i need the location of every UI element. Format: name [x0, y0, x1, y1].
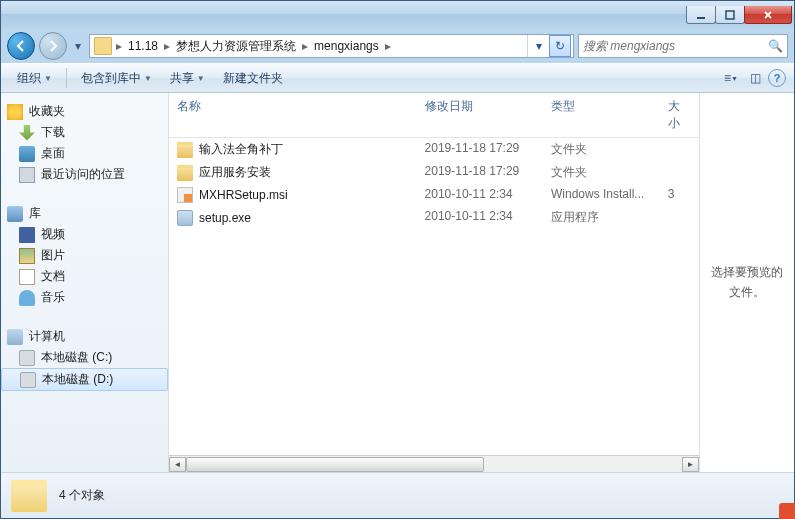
file-date: 2019-11-18 17:29 [417, 140, 543, 159]
breadcrumb[interactable]: 梦想人力资源管理系统 [172, 38, 300, 55]
file-name: 输入法全角补丁 [199, 141, 283, 158]
status-bar: 4 个对象 [1, 472, 794, 518]
exe-icon [177, 210, 193, 226]
include-library-menu[interactable]: 包含到库中▼ [73, 67, 160, 90]
window-controls [687, 6, 792, 24]
file-size [660, 208, 699, 227]
scroll-track[interactable] [186, 457, 682, 472]
preview-text: 选择要预览的文件。 [708, 263, 786, 301]
share-menu[interactable]: 共享▼ [162, 67, 213, 90]
star-icon [7, 104, 23, 120]
column-date[interactable]: 修改日期 [417, 96, 543, 134]
sidebar-item-pictures[interactable]: 图片 [1, 245, 168, 266]
organize-label: 组织 [17, 70, 41, 87]
refresh-button[interactable]: ↻ [549, 35, 571, 57]
breadcrumb-sep[interactable]: ▸ [114, 39, 124, 53]
file-name-cell: MXHRSetup.msi [169, 186, 417, 204]
address-dropdown[interactable]: ▾ [527, 35, 549, 57]
nav-bar: ▾ ▸ 11.18 ▸ 梦想人力资源管理系统 ▸ mengxiangs ▸ ▾ … [1, 29, 794, 63]
toolbar-separator [66, 68, 67, 88]
file-type: 应用程序 [543, 208, 660, 227]
titlebar[interactable] [1, 1, 794, 29]
navigation-pane: 收藏夹 下载 桌面 最近访问的位置 库 视频 图片 文档 音乐 计算机 本地磁盘… [1, 93, 169, 472]
breadcrumb[interactable]: mengxiangs [310, 39, 383, 53]
breadcrumb[interactable]: 11.18 [124, 39, 162, 53]
sidebar-item-disk-d[interactable]: 本地磁盘 (D:) [1, 368, 168, 391]
file-rows: 输入法全角补丁2019-11-18 17:29文件夹应用服务安装2019-11-… [169, 138, 699, 455]
breadcrumb-sep[interactable]: ▸ [162, 39, 172, 53]
sidebar-item-label: 本地磁盘 (C:) [41, 349, 112, 366]
file-row[interactable]: 输入法全角补丁2019-11-18 17:29文件夹 [169, 138, 699, 161]
desktop-icon [19, 146, 35, 162]
breadcrumb-sep[interactable]: ▸ [300, 39, 310, 53]
column-headers: 名称 修改日期 类型 大小 [169, 93, 699, 138]
svg-rect-0 [697, 17, 705, 19]
file-size [660, 140, 699, 159]
column-name[interactable]: 名称 [169, 96, 417, 134]
folder-icon [177, 165, 193, 181]
sidebar-item-videos[interactable]: 视频 [1, 224, 168, 245]
sidebar-item-documents[interactable]: 文档 [1, 266, 168, 287]
file-area: 名称 修改日期 类型 大小 输入法全角补丁2019-11-18 17:29文件夹… [169, 93, 794, 472]
back-button[interactable] [7, 32, 35, 60]
computer-group: 计算机 本地磁盘 (C:) 本地磁盘 (D:) [1, 326, 168, 391]
scroll-left-button[interactable]: ◄ [169, 457, 186, 472]
sidebar-item-downloads[interactable]: 下载 [1, 122, 168, 143]
video-icon [19, 227, 35, 243]
explorer-window: ▾ ▸ 11.18 ▸ 梦想人力资源管理系统 ▸ mengxiangs ▸ ▾ … [0, 0, 795, 519]
content-area: 收藏夹 下载 桌面 最近访问的位置 库 视频 图片 文档 音乐 计算机 本地磁盘… [1, 93, 794, 472]
file-row[interactable]: 应用服务安装2019-11-18 17:29文件夹 [169, 161, 699, 184]
search-box[interactable]: 🔍 [578, 34, 788, 58]
organize-menu[interactable]: 组织▼ [9, 67, 60, 90]
libraries-header[interactable]: 库 [1, 203, 168, 224]
view-options-button[interactable]: ≡▼ [720, 67, 742, 89]
file-type: 文件夹 [543, 140, 660, 159]
minimize-button[interactable] [686, 6, 716, 24]
file-date: 2019-11-18 17:29 [417, 163, 543, 182]
column-type[interactable]: 类型 [543, 96, 660, 134]
favorites-label: 收藏夹 [29, 103, 65, 120]
forward-button[interactable] [39, 32, 67, 60]
favorites-header[interactable]: 收藏夹 [1, 101, 168, 122]
sidebar-item-label: 本地磁盘 (D:) [42, 371, 113, 388]
sidebar-item-label: 音乐 [41, 289, 65, 306]
breadcrumb-sep[interactable]: ▸ [383, 39, 393, 53]
sidebar-item-label: 下载 [41, 124, 65, 141]
sidebar-item-label: 视频 [41, 226, 65, 243]
library-icon [7, 206, 23, 222]
file-name-cell: setup.exe [169, 208, 417, 227]
nav-history-dropdown[interactable]: ▾ [71, 35, 85, 57]
help-button[interactable]: ? [768, 69, 786, 87]
folder-icon [11, 480, 47, 512]
sidebar-item-music[interactable]: 音乐 [1, 287, 168, 308]
file-row[interactable]: setup.exe2010-10-11 2:34应用程序 [169, 206, 699, 229]
file-row[interactable]: MXHRSetup.msi2010-10-11 2:34Windows Inst… [169, 184, 699, 206]
maximize-button[interactable] [715, 6, 745, 24]
include-label: 包含到库中 [81, 70, 141, 87]
preview-pane-button[interactable]: ◫ [744, 67, 766, 89]
sidebar-item-desktop[interactable]: 桌面 [1, 143, 168, 164]
disk-icon [20, 372, 36, 388]
sidebar-item-disk-c[interactable]: 本地磁盘 (C:) [1, 347, 168, 368]
sidebar-item-label: 文档 [41, 268, 65, 285]
file-name-cell: 输入法全角补丁 [169, 140, 417, 159]
close-button[interactable] [744, 6, 792, 24]
search-input[interactable] [583, 39, 768, 53]
sidebar-item-recent[interactable]: 最近访问的位置 [1, 164, 168, 185]
computer-header[interactable]: 计算机 [1, 326, 168, 347]
search-icon[interactable]: 🔍 [768, 39, 783, 53]
folder-icon [94, 37, 112, 55]
newfolder-button[interactable]: 新建文件夹 [215, 67, 291, 90]
computer-label: 计算机 [29, 328, 65, 345]
download-icon [19, 125, 35, 141]
toolbar: 组织▼ 包含到库中▼ 共享▼ 新建文件夹 ≡▼ ◫ ? [1, 63, 794, 93]
file-name: setup.exe [199, 211, 251, 225]
sidebar-resize-handle[interactable] [164, 93, 168, 472]
scroll-thumb[interactable] [186, 457, 484, 472]
picture-icon [19, 248, 35, 264]
file-date: 2010-10-11 2:34 [417, 208, 543, 227]
svg-rect-1 [726, 11, 734, 19]
column-size[interactable]: 大小 [660, 96, 699, 134]
address-bar[interactable]: ▸ 11.18 ▸ 梦想人力资源管理系统 ▸ mengxiangs ▸ ▾ ↻ [89, 34, 574, 58]
scroll-right-button[interactable]: ► [682, 457, 699, 472]
